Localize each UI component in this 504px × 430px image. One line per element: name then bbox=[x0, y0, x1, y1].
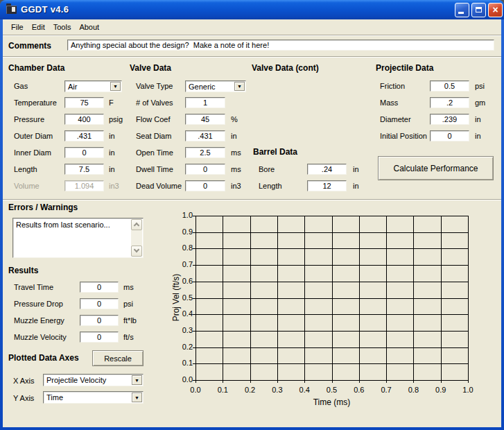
num-valves-input[interactable] bbox=[185, 97, 225, 108]
seat-diam-input[interactable] bbox=[185, 130, 225, 141]
rescale-button[interactable]: Rescale bbox=[92, 350, 144, 366]
valve-data-cont-header: Valve Data (cont) bbox=[252, 63, 319, 73]
muzzle-velocity-unit: ft/s bbox=[123, 333, 134, 341]
inner-diam-label: Inner Diam bbox=[14, 148, 51, 157]
y-tick-label: 0.1 bbox=[175, 359, 193, 367]
chevron-down-icon[interactable]: ▼ bbox=[234, 82, 245, 91]
chart-grid bbox=[195, 216, 468, 380]
results-header: Results bbox=[8, 266, 38, 275]
volume-label: Volume bbox=[14, 182, 40, 190]
gas-value: Air bbox=[68, 83, 77, 91]
outer-diam-input[interactable] bbox=[64, 130, 104, 141]
chamber-length-unit: in bbox=[109, 165, 115, 173]
x-tick-label: 0.3 bbox=[267, 386, 288, 394]
friction-input[interactable] bbox=[430, 80, 469, 92]
outer-diam-unit: in bbox=[109, 132, 115, 140]
diameter-input[interactable] bbox=[430, 114, 469, 125]
flow-coef-label: Flow Coef bbox=[136, 115, 171, 123]
x-tick-label: 0.0 bbox=[185, 386, 206, 394]
comments-input[interactable] bbox=[67, 40, 494, 51]
chart-x-axis-title: Time (ms) bbox=[195, 397, 468, 407]
chevron-down-icon[interactable]: ▼ bbox=[132, 375, 142, 385]
x-tick-label: 0.4 bbox=[294, 386, 315, 394]
menu-file[interactable]: File bbox=[7, 21, 28, 33]
y-tick-label: 0.9 bbox=[175, 227, 193, 236]
x-tick-label: 0.6 bbox=[349, 386, 370, 394]
y-axis-value: Time bbox=[46, 393, 63, 402]
client-area: File Edit Tools About Comments Chamber D… bbox=[3, 19, 501, 427]
dwell-time-label: Dwell Time bbox=[136, 165, 173, 173]
y-tick-label: 0.7 bbox=[175, 260, 193, 268]
mass-unit: gm bbox=[475, 98, 485, 107]
projectile-data-header: Projectile Data bbox=[376, 63, 433, 73]
open-time-input[interactable] bbox=[185, 147, 225, 158]
mass-label: Mass bbox=[380, 98, 398, 107]
x-tick-label: 0.9 bbox=[431, 386, 451, 394]
temperature-unit: F bbox=[109, 98, 114, 107]
dead-volume-input[interactable] bbox=[185, 180, 225, 191]
errors-message: Results from last scenario... bbox=[16, 221, 110, 229]
menu-about[interactable]: About bbox=[75, 21, 103, 33]
close-button[interactable]: × bbox=[488, 3, 503, 17]
flow-coef-input[interactable] bbox=[185, 114, 225, 125]
scroll-up-button[interactable] bbox=[131, 219, 142, 230]
travel-time-input[interactable] bbox=[80, 282, 119, 293]
diameter-unit: in bbox=[475, 115, 481, 123]
barrel-data-header: Barrel Data bbox=[253, 147, 297, 157]
chevron-down-icon[interactable]: ▼ bbox=[110, 82, 121, 91]
y-axis-dropdown[interactable]: Time ▼ bbox=[43, 391, 144, 404]
friction-label: Friction bbox=[380, 82, 405, 90]
muzzle-velocity-label: Muzzle Velocity bbox=[14, 333, 67, 341]
initial-position-label: Initial Position bbox=[380, 132, 427, 140]
muzzle-energy-label: Muzzle Energy bbox=[14, 316, 64, 325]
bore-unit: in bbox=[353, 165, 359, 173]
muzzle-velocity-input[interactable] bbox=[80, 332, 119, 343]
chevron-up-icon bbox=[134, 223, 139, 228]
inner-diam-input[interactable] bbox=[64, 147, 104, 158]
temperature-input[interactable] bbox=[64, 97, 104, 108]
pressure-input[interactable] bbox=[64, 114, 104, 125]
x-tick-label: 0.5 bbox=[322, 386, 342, 394]
x-axis-dropdown[interactable]: Projectile Velocity ▼ bbox=[43, 374, 144, 386]
errors-listbox[interactable]: Results from last scenario... bbox=[12, 218, 144, 258]
dwell-time-unit: ms bbox=[231, 165, 241, 173]
pressure-drop-label: Pressure Drop bbox=[14, 300, 63, 308]
initial-position-input[interactable] bbox=[430, 130, 469, 141]
x-axis-value: Projectile Velocity bbox=[46, 376, 106, 384]
x-tick-label: 1.0 bbox=[458, 386, 478, 394]
pressure-drop-input[interactable] bbox=[80, 298, 119, 309]
barrel-length-input[interactable] bbox=[307, 180, 347, 191]
x-tick-label: 0.8 bbox=[403, 386, 424, 394]
muzzle-energy-input[interactable] bbox=[80, 315, 119, 326]
gas-dropdown[interactable]: Air ▼ bbox=[64, 80, 122, 92]
chevron-down-icon[interactable]: ▼ bbox=[132, 393, 142, 402]
y-tick-label: 0.0 bbox=[175, 375, 193, 384]
scroll-down-button[interactable] bbox=[131, 246, 142, 257]
y-axis-label: Y Axis bbox=[13, 394, 34, 402]
chart-y-axis-title: Proj Vel (ft/s) bbox=[171, 274, 181, 322]
app-icon bbox=[6, 6, 17, 14]
diameter-label: Diameter bbox=[380, 115, 411, 123]
gas-label: Gas bbox=[14, 82, 28, 90]
calculate-performance-button[interactable]: Calculate Performance bbox=[378, 156, 494, 180]
title-bar[interactable]: GGDT v4.6 × bbox=[0, 0, 504, 19]
valve-type-dropdown[interactable]: Generic ▼ bbox=[185, 80, 246, 92]
scrollbar[interactable] bbox=[131, 219, 142, 257]
window-title: GGDT v4.6 bbox=[21, 4, 69, 15]
app-window: GGDT v4.6 × File Edit Tools About Commen… bbox=[0, 0, 504, 430]
maximize-button[interactable] bbox=[471, 3, 486, 17]
menu-tools[interactable]: Tools bbox=[49, 21, 76, 33]
chamber-length-input[interactable] bbox=[64, 164, 104, 175]
comments-label: Comments bbox=[8, 41, 51, 51]
bore-input[interactable] bbox=[307, 164, 347, 175]
menu-edit[interactable]: Edit bbox=[28, 21, 49, 33]
chevron-down-icon bbox=[134, 247, 139, 252]
dwell-time-input[interactable] bbox=[185, 164, 225, 175]
minimize-icon bbox=[458, 12, 464, 14]
minimize-button[interactable] bbox=[455, 3, 469, 17]
errors-warnings-header: Errors / Warnings bbox=[8, 203, 78, 212]
seat-diam-unit: in bbox=[231, 132, 237, 140]
mass-input[interactable] bbox=[430, 97, 469, 108]
close-icon: × bbox=[492, 4, 498, 15]
dead-volume-unit: in3 bbox=[231, 182, 241, 190]
